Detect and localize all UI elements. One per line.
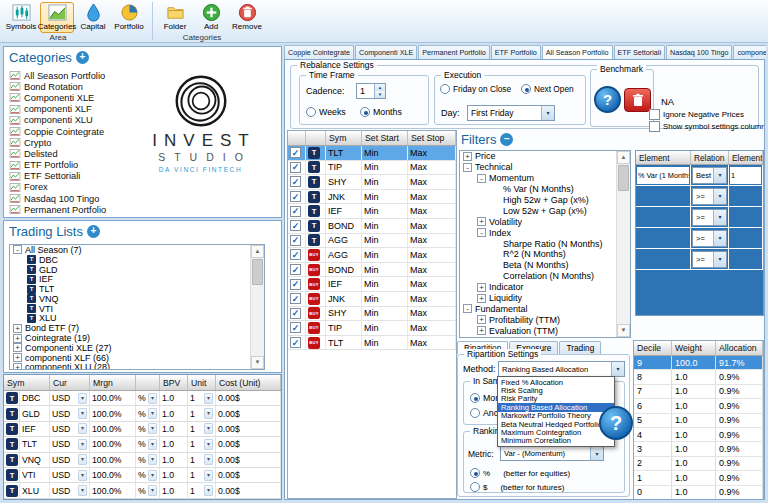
dropdown-icon[interactable]: ▾ [713,252,726,267]
currency-cell[interactable]: USD▾ [50,483,90,497]
weight-cell[interactable]: 100.0 [672,356,716,369]
margin-mode-cell[interactable]: %▾ [136,437,160,451]
set-stop-cell[interactable]: Max [408,307,456,321]
weight-cell[interactable]: 1.0 [672,486,716,499]
tree-node-collapsed[interactable]: + componenti XLF (66) [10,353,264,363]
margin-cell[interactable]: 100.0% [90,483,136,497]
symbols-button[interactable]: Symbols [4,2,38,33]
set-stop-cell[interactable]: Max [408,248,456,262]
category-item[interactable]: componenti XLF [9,104,106,115]
condition-value-cell[interactable] [729,207,763,228]
dropdown-icon[interactable]: ▾ [78,423,87,434]
dropdown-icon[interactable]: ▾ [204,423,213,434]
margin-mode-cell[interactable]: %▾ [136,391,160,405]
tree-symbol-item[interactable]: T VNQ [10,294,264,304]
method-combobox[interactable]: Ranking Based Allocation ▾ [498,361,625,377]
portfolio-tab[interactable]: ETF Portfolio [491,45,541,59]
set-stop-cell[interactable]: Max [408,234,456,248]
day-combobox[interactable]: First Friday ▾ [467,105,555,121]
expander-icon[interactable]: - [477,228,486,237]
relation-combobox[interactable]: >=▾ [692,188,727,205]
set-start-cell[interactable]: Min [362,248,408,262]
set-stop-cell[interactable]: Max [408,146,456,160]
set-start-cell[interactable]: Min [362,146,408,160]
decile-row[interactable]: 5 1.0 0.9% [634,414,763,428]
tree-node-all-season[interactable]: - All Season (7) [10,245,264,255]
unit-cell[interactable]: 1▾ [188,483,216,497]
weight-cell[interactable]: 1.0 [672,457,716,470]
condition-element-cell[interactable] [636,228,691,249]
row-checkbox[interactable]: ✓ [290,337,301,348]
currency-cell[interactable]: USD▾ [50,422,90,436]
expander-icon[interactable]: + [477,315,486,324]
margin-mode-cell[interactable]: %▾ [136,422,160,436]
category-item[interactable]: Bond Rotation [9,81,106,92]
expander-icon[interactable]: + [477,294,486,303]
weight-cell[interactable]: 1.0 [672,414,716,427]
set-stop-cell[interactable]: Max [408,175,456,189]
dropdown-icon[interactable]: ▾ [148,485,157,496]
row-checkbox[interactable]: ✓ [290,279,301,290]
category-item[interactable]: Crypto [9,137,106,148]
weight-cell[interactable]: 1.0 [672,471,716,484]
set-stop-cell[interactable]: Max [408,204,456,218]
decile-row[interactable]: 4 1.0 0.9% [634,428,763,442]
capital-button[interactable]: Capital [76,2,110,33]
set-stop-cell[interactable]: Max [408,336,456,350]
expander-icon[interactable]: + [463,152,472,161]
set-start-cell[interactable]: Min [362,336,408,350]
set-stop-cell[interactable]: Max [408,161,456,175]
unit-cell[interactable]: 1▾ [188,468,216,482]
portfolio-tab[interactable]: All Season Portfolio [542,45,613,59]
position-row[interactable]: ✓ BUY IEF Min Max [288,277,456,292]
set-start-cell[interactable]: Min [362,321,408,335]
margin-cell[interactable]: 100.0% [90,406,136,420]
cost-cell[interactable]: 0.00$ [216,437,281,451]
set-start-cell[interactable]: Min [362,307,408,321]
scroll-up-icon[interactable]: ▲ [251,245,264,258]
add-button[interactable]: Add [194,2,228,33]
filter-tree-node[interactable]: + Price [460,151,630,162]
condition-element-cell[interactable]: % Var (1 Months) [636,165,691,186]
tree-symbol-item[interactable]: T XLU [10,314,264,324]
dropdown-icon[interactable]: ▾ [204,408,213,419]
dropdown-option[interactable]: Markowitz Portfolio Theory [498,412,614,420]
margin-cell[interactable]: 100.0% [90,468,136,482]
margin-mode-cell[interactable]: %▾ [136,406,160,420]
margin-cell[interactable]: 100.0% [90,422,136,436]
bpv-cell[interactable]: 1.0 [160,453,188,467]
position-row[interactable]: ✓ BUY BOND Min Max [288,263,456,278]
row-checkbox[interactable]: ✓ [290,206,301,217]
dropdown-icon[interactable]: ▾ [590,447,603,460]
condition-value-cell[interactable] [729,228,763,249]
set-stop-cell[interactable]: Max [408,292,456,306]
position-row[interactable]: ✓ T JNK Min Max [288,190,456,205]
position-row[interactable]: ✓ T TLT Min Max [288,146,456,161]
add-category-icon[interactable]: + [76,51,89,64]
condition-relation-cell[interactable]: >=▾ [691,207,729,228]
expander-icon[interactable]: + [477,217,486,226]
tree-node-collapsed[interactable]: + Componenti XLE (27) [10,343,264,353]
cost-cell[interactable]: 0.00$ [216,453,281,467]
scroll-down-icon[interactable]: ▼ [617,324,630,337]
percent-ranking-radio[interactable]: %(better for equities) [470,468,570,478]
dropdown-icon[interactable]: ▾ [713,231,726,246]
set-stop-cell[interactable]: Max [408,219,456,233]
position-row[interactable]: ✓ T SHY Min Max [288,175,456,190]
tree-symbol-item[interactable]: T VTI [10,304,264,314]
position-row[interactable]: ✓ BUY SHY Min Max [288,307,456,322]
tree-symbol-item[interactable]: T IEF [10,274,264,284]
symbol-settings-row[interactable]: T DBC USD▾ 100.0% %▾ 1.0 1▾ 0.00$ [4,391,281,406]
expander-icon[interactable]: - [477,174,486,183]
margin-mode-cell[interactable]: %▾ [136,468,160,482]
weight-cell[interactable]: 1.0 [672,428,716,441]
friday-on-close-radio[interactable]: Friday on Close [440,84,511,94]
condition-relation-cell[interactable]: >=▾ [691,249,729,270]
filter-tree-node[interactable]: - Momentum [460,173,630,184]
cadence-value[interactable]: 1 [357,84,374,98]
condition-element-cell[interactable] [636,186,691,207]
position-row[interactable]: ✓ BUY TIP Min Max [288,321,456,336]
benchmark-delete-button[interactable] [624,88,651,112]
tree-symbol-item[interactable]: T DBC [10,255,264,265]
trading-tree-scrollbar[interactable]: ▲ ▼ [250,245,264,369]
